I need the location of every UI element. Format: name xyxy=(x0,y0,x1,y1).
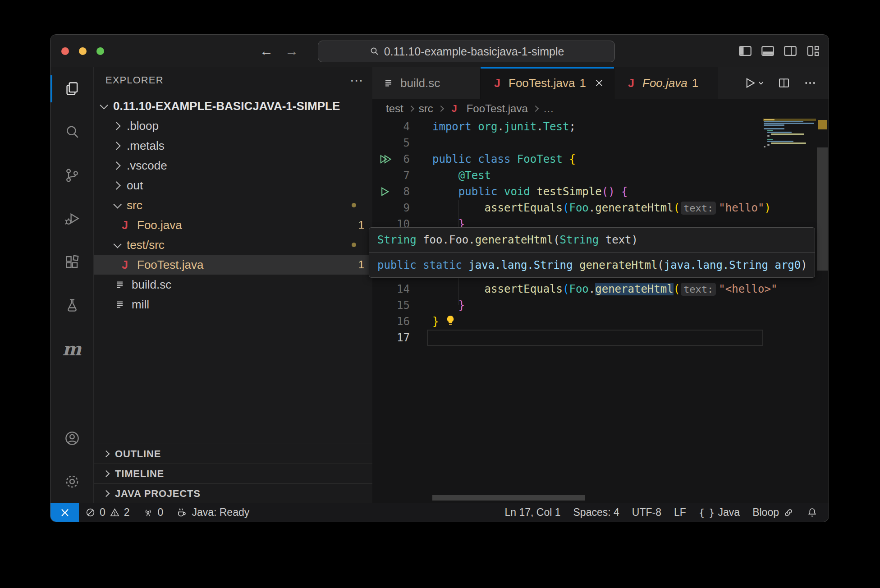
tree-item-src[interactable]: src xyxy=(94,195,372,215)
horizontal-scrollbar-thumb[interactable] xyxy=(432,495,585,501)
code-line-4[interactable]: 4import org.junit.Test; xyxy=(372,119,763,135)
tree-item--bloop[interactable]: .bloop xyxy=(94,116,372,136)
minimize-window-button[interactable] xyxy=(79,47,87,55)
lightbulb-icon[interactable] xyxy=(444,314,457,327)
status-item-ports[interactable]: 0 xyxy=(136,503,170,522)
tree-item--metals[interactable]: .metals xyxy=(94,136,372,156)
code-line-14[interactable]: 14 assertEquals(Foo.generateHtml(text:"<… xyxy=(372,281,763,297)
activity-item-testing[interactable] xyxy=(50,284,93,327)
breadcrumb-item[interactable]: FooTest.java xyxy=(467,102,528,115)
tree-item-label: .vscode xyxy=(127,159,167,173)
status-item-indentation[interactable]: Spaces: 4 xyxy=(567,503,626,522)
zoom-window-button[interactable] xyxy=(96,47,104,55)
code-line-15[interactable]: 15 } xyxy=(372,297,763,313)
status-item-notifications[interactable] xyxy=(800,503,824,522)
gutter-run-icon[interactable] xyxy=(378,184,396,200)
status-item-eol[interactable]: LF xyxy=(668,503,692,522)
code-line-7[interactable]: 7 @Test xyxy=(372,167,763,184)
java-file-icon: J xyxy=(449,103,460,115)
toggle-sidebar-icon[interactable] xyxy=(736,41,755,60)
status-item-problems[interactable]: 02 xyxy=(79,503,136,522)
line-number: 5 xyxy=(372,135,410,151)
close-icon[interactable] xyxy=(594,78,604,88)
activity-item-source-control[interactable] xyxy=(50,154,93,197)
toggle-panel-icon[interactable] xyxy=(758,41,777,60)
activity-item-settings[interactable] xyxy=(50,460,93,503)
code-text: public void testSimple() { xyxy=(432,184,628,200)
activity-item-metals[interactable]: m xyxy=(50,327,93,370)
code-text: } xyxy=(432,297,465,313)
cup-icon xyxy=(176,507,188,519)
navigate-forward-button[interactable]: → xyxy=(285,44,298,58)
split-editor-icon[interactable] xyxy=(777,76,791,90)
code-line-8[interactable]: 8 public void testSimple() { xyxy=(372,184,763,200)
tree-item-test-src[interactable]: test/src xyxy=(94,235,372,255)
breadcrumb-item[interactable]: test xyxy=(386,102,403,115)
code-token: () xyxy=(602,185,615,198)
command-center-search[interactable]: 0.11.10-example-basicjava-1-simple xyxy=(318,41,615,62)
code-line-5[interactable]: 5 xyxy=(372,135,763,151)
vertical-scrollbar-thumb[interactable] xyxy=(817,147,828,271)
code-token: ( xyxy=(674,283,680,295)
tree-item-mill[interactable]: mill xyxy=(94,294,372,314)
tab-build-sc[interactable]: build.sc xyxy=(372,67,481,99)
chevron-right-icon xyxy=(103,450,110,458)
more-actions-icon[interactable] xyxy=(803,76,817,90)
remote-indicator[interactable] xyxy=(50,503,79,522)
sidebar-sections: OUTLINETIMELINEJAVA PROJECTS xyxy=(94,444,372,503)
tab-label: FooTest.java xyxy=(509,76,575,90)
activity-item-search[interactable] xyxy=(50,110,93,154)
overview-warning-marker xyxy=(818,120,827,129)
tab-foo-java[interactable]: JFoo.java1 xyxy=(614,67,718,99)
java-file-icon: J xyxy=(119,258,131,271)
code-token: import xyxy=(432,120,472,133)
section-header-outline[interactable]: OUTLINE xyxy=(94,444,372,464)
activity-item-explorer[interactable] xyxy=(50,67,93,110)
activity-item-accounts[interactable] xyxy=(50,417,93,460)
breadcrumb-item[interactable]: … xyxy=(543,102,554,115)
braces-icon: { } xyxy=(699,507,714,518)
tree-item-build-sc[interactable]: build.sc xyxy=(94,275,372,294)
code-editor[interactable]: 4import org.junit.Test;56public class Fo… xyxy=(372,119,829,503)
code-token xyxy=(432,299,458,312)
status-item-java-status[interactable]: Java: Ready xyxy=(170,503,256,522)
split-editor-layout-icon[interactable] xyxy=(781,41,800,60)
section-header-timeline[interactable]: TIMELINE xyxy=(94,464,372,483)
status-item-language-mode[interactable]: { }Java xyxy=(692,503,746,522)
code-token xyxy=(432,185,458,198)
minimap-line xyxy=(764,121,803,122)
breadcrumb-item[interactable]: src xyxy=(419,102,433,115)
code-token xyxy=(462,259,468,271)
code-line-16[interactable]: 16} xyxy=(372,313,763,330)
status-item-encoding[interactable]: UTF-8 xyxy=(626,503,668,522)
code-token: . xyxy=(589,202,595,214)
tree-item-out[interactable]: out xyxy=(94,175,372,195)
activity-item-extensions[interactable] xyxy=(50,240,93,284)
activity-item-run-and-debug[interactable] xyxy=(50,197,93,240)
minimap-line xyxy=(764,128,784,129)
code-line-6[interactable]: 6public class FooTest { xyxy=(372,151,763,167)
status-item-bloop[interactable]: Bloop xyxy=(746,503,800,522)
code-token: ; xyxy=(569,120,575,133)
scala-file-icon xyxy=(383,78,394,88)
tree-item-0-11-10-example-basicjava-1-simple[interactable]: 0.11.10-EXAMPLE-BASICJAVA-1-SIMPLE xyxy=(94,96,372,116)
gutter-run-all-icon[interactable] xyxy=(378,151,396,167)
tree-item--vscode[interactable]: .vscode xyxy=(94,156,372,175)
search-icon xyxy=(64,124,81,141)
line-number: 15 xyxy=(372,297,410,313)
vertical-scrollbar[interactable] xyxy=(816,119,829,503)
section-header-java-projects[interactable]: JAVA PROJECTS xyxy=(94,483,372,503)
run-or-debug-button[interactable] xyxy=(743,76,765,90)
code-line-17[interactable]: 17 xyxy=(372,330,763,346)
close-window-button[interactable] xyxy=(61,47,69,55)
code-token: java.lang.String xyxy=(468,259,573,271)
code-token: . xyxy=(536,120,543,133)
tree-item-foo-java[interactable]: JFoo.java1 xyxy=(94,215,372,235)
section-label: OUTLINE xyxy=(115,448,161,460)
code-line-9[interactable]: 9 assertEquals(Foo.generateHtml(text:"he… xyxy=(372,200,763,216)
status-item-cursor-position[interactable]: Ln 17, Col 1 xyxy=(498,503,567,522)
tab-footest-java[interactable]: JFooTest.java1 xyxy=(481,67,614,99)
navigate-back-button[interactable]: ← xyxy=(260,44,273,58)
customize-layout-icon[interactable] xyxy=(803,41,822,60)
tree-item-footest-java[interactable]: JFooTest.java1 xyxy=(94,255,372,275)
